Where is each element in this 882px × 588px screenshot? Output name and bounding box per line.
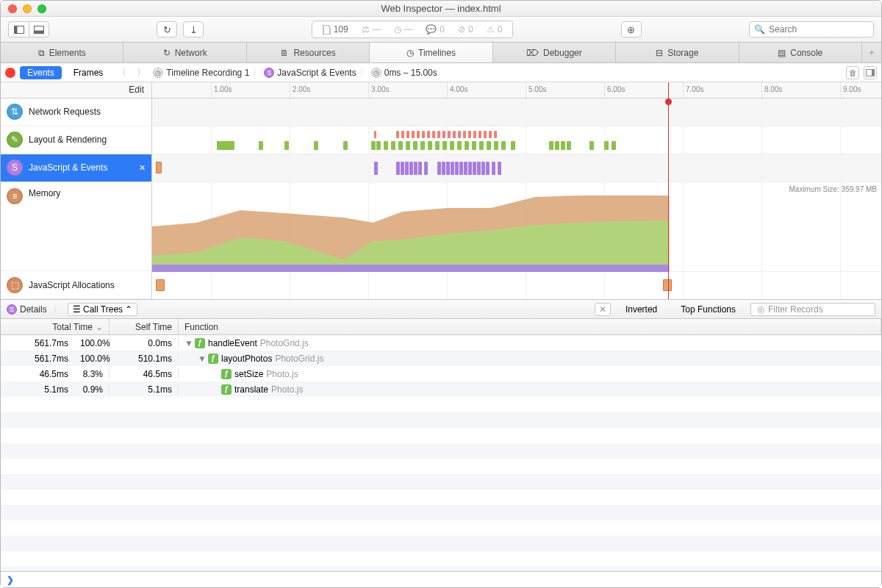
resource-count[interactable]: 109 bbox=[323, 24, 348, 35]
row-memory: Maximum Size: 359.97 MB bbox=[152, 182, 881, 272]
function-icon: ƒ bbox=[208, 354, 218, 364]
minimize-icon[interactable] bbox=[23, 4, 32, 13]
call-tree-table[interactable]: 561.7ms100.0%0.0ms▼ƒhandleEvent PhotoGri… bbox=[1, 335, 881, 571]
tab-debugger[interactable]: ⌦Debugger bbox=[493, 43, 616, 62]
errors-count[interactable]: ⊘ 0 bbox=[458, 24, 473, 35]
playhead[interactable] bbox=[668, 82, 669, 299]
edit-instruments-button[interactable]: Edit bbox=[1, 82, 151, 98]
function-icon: ƒ bbox=[221, 384, 232, 395]
toolbar: ↻ ⤓ 109 ⚖ — ◷ — 💬 0 ⊘ 0 ⚠ 0 ⊕ 🔍 bbox=[1, 17, 881, 43]
svg-rect-5 bbox=[872, 69, 875, 76]
forward-button[interactable]: 〉 bbox=[134, 66, 148, 79]
row-layout bbox=[152, 126, 881, 154]
table-row[interactable]: 561.7ms100.0%510.1ms▼ƒlayoutPhotos Photo… bbox=[1, 351, 881, 366]
warnings-count[interactable]: ⚠ 0 bbox=[487, 24, 503, 35]
svg-rect-6 bbox=[152, 265, 669, 272]
toggle-right-sidebar-button[interactable] bbox=[864, 66, 877, 79]
tab-console[interactable]: ▤Console bbox=[739, 43, 862, 62]
breadcrumb: ◷ Timeline Recording 1 〉 S JavaScript & … bbox=[153, 66, 437, 79]
tab-network[interactable]: ↻Network bbox=[123, 43, 246, 62]
close-icon[interactable]: ✕ bbox=[139, 163, 146, 173]
allocations-icon: ⬚ bbox=[7, 277, 23, 293]
search-icon: 🔍 bbox=[754, 24, 765, 35]
table-row[interactable]: 46.5ms8.3%46.5msƒsetSize Photo.js bbox=[1, 366, 881, 381]
clear-filter-button[interactable]: ✕ bbox=[595, 303, 611, 316]
search-input[interactable] bbox=[769, 24, 869, 35]
svg-rect-1 bbox=[14, 26, 17, 33]
sidebar-item-layout[interactable]: ✎Layout & Rendering bbox=[1, 126, 151, 154]
paint-icon: ✎ bbox=[7, 132, 23, 148]
close-icon[interactable] bbox=[8, 4, 17, 13]
crumb-instrument[interactable]: JavaScript & Events bbox=[277, 68, 356, 78]
row-network bbox=[152, 98, 881, 126]
clock-icon: ◷ bbox=[371, 68, 381, 78]
tab-elements[interactable]: ⧉Elements bbox=[1, 43, 123, 62]
top-functions-toggle[interactable]: Top Functions bbox=[672, 304, 745, 315]
add-tab-button[interactable]: ＋ bbox=[862, 43, 881, 62]
back-button[interactable]: 〈 bbox=[115, 66, 129, 79]
sidebar-item-network[interactable]: ⇅Network Requests bbox=[1, 98, 151, 126]
dashboard: 109 ⚖ — ◷ — 💬 0 ⊘ 0 ⚠ 0 bbox=[312, 21, 514, 38]
timeline-sidebar: Edit ⇅Network Requests ✎Layout & Renderi… bbox=[1, 82, 152, 299]
record-button[interactable] bbox=[5, 68, 15, 78]
svg-rect-3 bbox=[35, 30, 44, 33]
load-size[interactable]: ⚖ — bbox=[362, 24, 381, 35]
network-icon: ⇅ bbox=[7, 104, 23, 120]
reload-button[interactable]: ↻ bbox=[157, 21, 177, 37]
timeline-ruler[interactable]: 1.00s2.00s3.00s4.00s5.00s6.00s7.00s8.00s… bbox=[152, 82, 881, 98]
details-label[interactable]: Details bbox=[20, 304, 47, 315]
filter-field[interactable]: ◎Filter Records bbox=[750, 303, 875, 316]
memory-max-label: Maximum Size: 359.97 MB bbox=[789, 185, 878, 193]
script-icon: S bbox=[7, 304, 17, 315]
col-function[interactable]: Function bbox=[179, 319, 881, 334]
stopwatch-icon: ◷ bbox=[153, 68, 163, 78]
table-row[interactable]: 561.7ms100.0%0.0ms▼ƒhandleEvent PhotoGri… bbox=[1, 335, 881, 351]
crumb-range[interactable]: 0ms – 15.00s bbox=[384, 68, 437, 78]
window-title: Web Inspector — index.html bbox=[1, 3, 881, 14]
col-self-time[interactable]: Self Time bbox=[110, 319, 179, 334]
load-time[interactable]: ◷ — bbox=[394, 24, 412, 35]
console-prompt[interactable]: ❯ bbox=[1, 571, 881, 587]
table-row[interactable]: 5.1ms0.9%5.1msƒtranslate Photo.js bbox=[1, 381, 881, 397]
table-header: Total Time ⌄ Self Time Function bbox=[1, 319, 881, 335]
clear-button[interactable]: 🗑 bbox=[846, 66, 859, 79]
sidebar-item-memory[interactable]: ≡Memory bbox=[1, 182, 151, 272]
function-icon: ƒ bbox=[221, 369, 232, 379]
timeline-overview[interactable]: 1.00s2.00s3.00s4.00s5.00s6.00s7.00s8.00s… bbox=[152, 82, 881, 299]
memory-icon: ≡ bbox=[7, 188, 23, 204]
crumb-recording[interactable]: Timeline Recording 1 bbox=[166, 68, 249, 78]
sidebar-item-javascript[interactable]: SJavaScript & Events✕ bbox=[1, 154, 151, 182]
tab-timelines[interactable]: ◷Timelines bbox=[370, 43, 492, 62]
col-total-time[interactable]: Total Time ⌄ bbox=[1, 319, 110, 334]
zoom-icon[interactable] bbox=[37, 4, 46, 13]
row-javascript bbox=[152, 154, 881, 182]
titlebar: Web Inspector — index.html bbox=[1, 1, 881, 17]
script-icon: S bbox=[7, 159, 23, 176]
navigation-bar: Events Frames 〈 〉 ◷ Timeline Recording 1… bbox=[1, 63, 881, 82]
tab-storage[interactable]: ⊟Storage bbox=[616, 43, 739, 62]
inverted-toggle[interactable]: Inverted bbox=[617, 304, 666, 315]
download-button[interactable]: ⤓ bbox=[183, 21, 204, 37]
tab-resources[interactable]: 🗎Resources bbox=[247, 43, 370, 62]
filter-icon: ◎ bbox=[757, 304, 764, 315]
tab-bar: ⧉Elements ↻Network 🗎Resources ◷Timelines… bbox=[1, 43, 881, 63]
call-trees-selector[interactable]: ☰ Call Trees ⌃ bbox=[68, 303, 138, 316]
logs-count[interactable]: 💬 0 bbox=[426, 24, 445, 35]
view-events-button[interactable]: Events bbox=[20, 66, 62, 79]
toggle-left-sidebar-button[interactable] bbox=[8, 21, 29, 37]
sidebar-item-allocations[interactable]: ⬚JavaScript Allocations bbox=[1, 271, 151, 299]
element-picker-button[interactable]: ⊕ bbox=[621, 21, 642, 37]
view-frames-button[interactable]: Frames bbox=[66, 66, 111, 79]
row-allocations bbox=[152, 272, 881, 299]
script-icon: S bbox=[264, 68, 274, 78]
function-icon: ƒ bbox=[195, 338, 205, 348]
details-bar: SDetails 〉 ☰ Call Trees ⌃ ✕ Inverted Top… bbox=[1, 300, 881, 319]
toggle-bottom-panel-button[interactable] bbox=[29, 21, 49, 37]
search-field[interactable]: 🔍 bbox=[749, 21, 874, 37]
